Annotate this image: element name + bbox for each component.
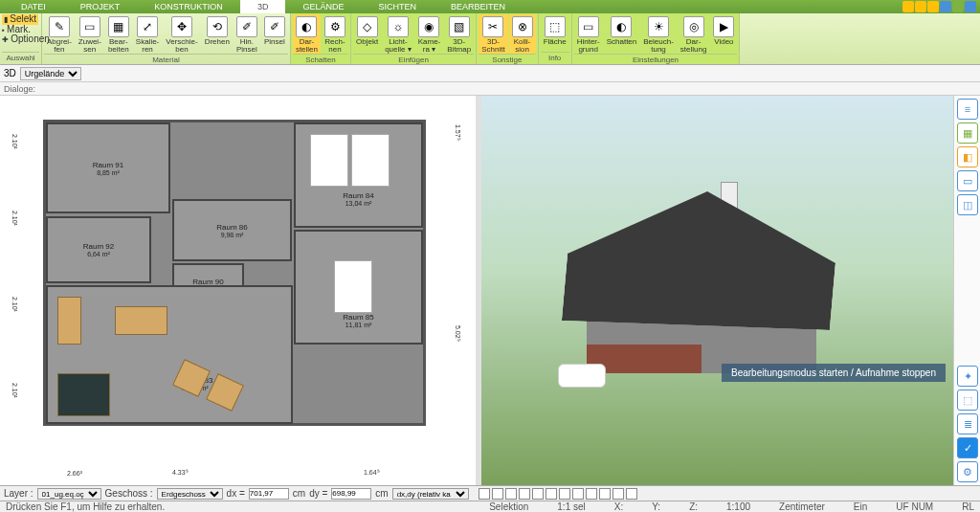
bicon-9[interactable]: [586, 488, 597, 500]
status-help: Drücken Sie F1, um Hilfe zu erhalten.: [6, 501, 165, 512]
bicon-11[interactable]: [612, 488, 624, 500]
group-label-auswahl: Auswahl: [2, 52, 39, 63]
material-icon-7: ✐: [264, 16, 285, 37]
dy-input[interactable]: [331, 488, 371, 500]
material-lbl-3: Skalie- ren: [136, 38, 159, 54]
material-icon-0: ✎: [49, 16, 70, 37]
schatten-btn-1[interactable]: ⚙Rech- nen: [322, 14, 348, 54]
einst-lbl-1: Schatten: [607, 38, 637, 46]
group-label-einst: Einstellungen: [574, 54, 738, 65]
ribbon-group-auswahl: ▮ Selekt ▪ Mark. ✚ Optionen Auswahl: [0, 13, 42, 64]
geschoss-select[interactable]: Erdgeschoss: [157, 488, 223, 500]
room-86[interactable]: Raum 869,98 m²: [172, 199, 292, 261]
bicon-3[interactable]: [505, 488, 517, 500]
einst-btn-2[interactable]: ☀Beleuch- tung: [640, 14, 677, 54]
schatten-btn-0[interactable]: ◐Dar- stellen: [293, 14, 321, 54]
material-btn-4[interactable]: ✥Verschie- ben: [163, 14, 200, 54]
einst-btn-0[interactable]: ▭Hinter- grund: [574, 14, 603, 54]
info-lbl-0: Fläche: [544, 38, 567, 46]
bicon-8[interactable]: [572, 488, 584, 500]
room-83[interactable]: Raum 8336,53 m²: [46, 285, 293, 424]
stool-select-icon[interactable]: ⬚: [957, 390, 978, 411]
pane-3d[interactable]: Bearbeitungsmodus starten / Aufnahme sto…: [481, 96, 980, 485]
bicon-12[interactable]: [626, 488, 637, 500]
stool-view3-icon[interactable]: ▭: [957, 170, 978, 191]
cm1: cm: [293, 488, 305, 499]
room-92[interactable]: Raum 926,64 m²: [46, 216, 151, 283]
bicon-5[interactable]: [532, 488, 544, 500]
einf-btn-3[interactable]: ▧3D- Bitmap: [444, 14, 474, 54]
einst-btn-3[interactable]: ◎Dar- stellung: [678, 14, 710, 54]
material-btn-1[interactable]: ▭Zuwei- sen: [76, 14, 104, 54]
einf-btn-2[interactable]: ◉Kame- ra ▾: [415, 14, 444, 54]
einf-lbl-0: Objekt: [356, 38, 378, 46]
mode-select[interactable]: dx,dy (relativ ka: [392, 488, 469, 500]
stool-puzzle-icon[interactable]: ✦: [957, 366, 978, 387]
ticon-6[interactable]: [965, 1, 976, 12]
status-y: Y:: [652, 501, 660, 512]
einst-lbl-3: Dar- stellung: [680, 38, 707, 54]
einst-btn-1[interactable]: ◐Schatten: [604, 14, 640, 54]
bicon-7[interactable]: [559, 488, 570, 500]
schatten-icon-1: ⚙: [324, 16, 345, 37]
dx-input[interactable]: [249, 488, 289, 500]
bicon-4[interactable]: [519, 488, 530, 500]
dim-l2: 2.10¹: [11, 211, 18, 226]
group-label-sonstige: Sonstige: [479, 54, 535, 65]
stool-check-icon[interactable]: ✓: [957, 437, 978, 458]
room-84[interactable]: Raum 8413,04 m²: [294, 122, 423, 228]
stool-view1-icon[interactable]: ▦: [957, 122, 978, 144]
layer-select[interactable]: 01_ug.eq.oç: [37, 488, 101, 500]
pane-2d[interactable]: Raum 918,85 m² Raum 8413,04 m² Raum 926,…: [0, 96, 476, 485]
material-btn-3[interactable]: ⤢Skalie- ren: [133, 14, 162, 54]
stool-view4-icon[interactable]: ◫: [957, 194, 978, 215]
sonst-btn-0[interactable]: ✂3D- Schnitt: [479, 14, 507, 54]
group-label-einfuegen: Einfügen: [353, 54, 474, 65]
menu-bearbeiten[interactable]: BEARBEITEN: [434, 0, 523, 13]
menu-konstruktion[interactable]: KONSTRUKTION: [137, 0, 240, 13]
material-btn-0[interactable]: ✎Abgrei- fen: [44, 14, 75, 54]
geschoss-label: Geschoss :: [105, 488, 153, 499]
material-btn-7[interactable]: ✐Pinsel: [261, 14, 288, 54]
ticon-1[interactable]: [902, 1, 914, 12]
einst-btn-4[interactable]: ▶Video: [710, 14, 737, 54]
room-91[interactable]: Raum 918,85 m²: [46, 122, 170, 213]
info-btn-0[interactable]: ⬚Fläche: [541, 14, 569, 52]
ribbon-group-material: ✎Abgrei- fen▭Zuwei- sen▦Bear- beiten⤢Ska…: [42, 13, 291, 64]
menu-projekt[interactable]: PROJEKT: [63, 0, 138, 13]
material-btn-5[interactable]: ⟲Drehen: [202, 14, 233, 54]
bicon-1[interactable]: [479, 488, 490, 500]
sonst-lbl-1: Kolli- sion: [514, 38, 531, 54]
sonst-btn-1[interactable]: ⊗Kolli- sion: [509, 14, 536, 54]
stool-layers-icon[interactable]: ≡: [957, 99, 978, 120]
dim-l1: 2.10¹: [11, 134, 18, 149]
material-icon-4: ✥: [171, 16, 192, 37]
menu-3d[interactable]: 3D: [240, 0, 286, 13]
ticon-2[interactable]: [915, 1, 926, 12]
einf-btn-1[interactable]: ☼Licht- quelle ▾: [382, 14, 414, 54]
material-btn-6[interactable]: ✐Hin. Pinsel: [234, 14, 260, 54]
einst-icon-4: ▶: [713, 16, 734, 37]
ticon-3[interactable]: [927, 1, 939, 12]
menu-datei[interactable]: DATEI: [4, 0, 63, 13]
bicon-10[interactable]: [599, 488, 611, 500]
status-unit: Zentimeter: [779, 501, 825, 512]
menu-gelaende[interactable]: GELÄNDE: [285, 0, 361, 13]
chair-1: [172, 359, 211, 397]
ticon-5[interactable]: [952, 1, 964, 12]
material-icon-5: ⟲: [207, 16, 228, 37]
stool-view2-icon[interactable]: ◧: [957, 146, 978, 167]
room-85[interactable]: Raum 8511,81 m²: [294, 230, 423, 345]
stool-gear-icon[interactable]: ⚙: [957, 461, 978, 482]
stool-menu-icon[interactable]: ≣: [957, 413, 978, 434]
floorplan: Raum 918,85 m² Raum 8413,04 m² Raum 926,…: [29, 105, 440, 459]
roof: [562, 187, 841, 330]
bicon-2[interactable]: [492, 488, 503, 500]
dy-label: dy =: [309, 488, 327, 499]
material-btn-2[interactable]: ▦Bear- beiten: [105, 14, 132, 54]
terrain-select[interactable]: Urgelände: [20, 67, 81, 80]
einf-btn-0[interactable]: ◇Objekt: [353, 14, 381, 54]
ticon-4[interactable]: [940, 1, 951, 12]
bicon-6[interactable]: [546, 488, 557, 500]
menu-sichten[interactable]: SICHTEN: [361, 0, 434, 13]
